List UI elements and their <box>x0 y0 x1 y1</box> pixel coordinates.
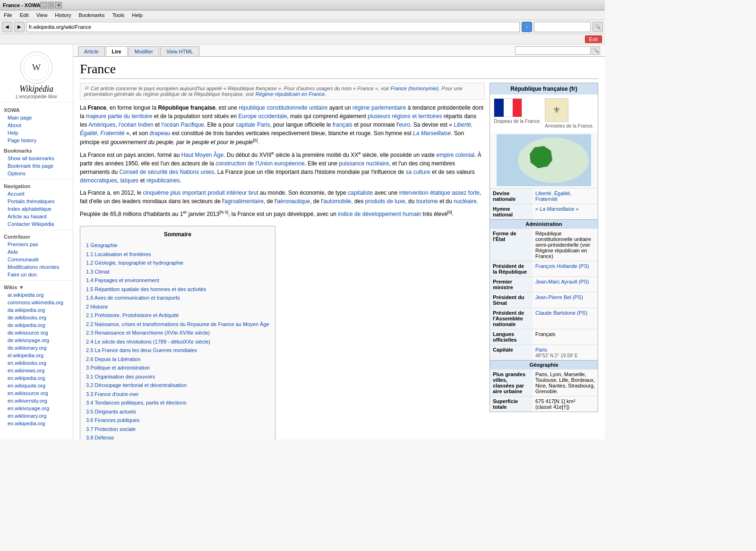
toc-link[interactable]: 3.8 Défense <box>86 435 114 439</box>
toc-link[interactable]: 1.1 Localisation et frontières <box>86 251 151 257</box>
sidebar-link-eo-wikipedia[interactable]: eo.wikipedia.org <box>0 420 73 427</box>
link-europe[interactable]: Europe occidentale <box>239 113 287 120</box>
maximize-button[interactable]: □ <box>48 2 54 9</box>
link-conseil[interactable]: Conseil de sécurité des Nations unies <box>119 169 214 175</box>
exit-button[interactable]: Exit <box>585 35 602 43</box>
sidebar-link-commons[interactable]: commons.wikimedia.org <box>0 299 73 306</box>
toc-link[interactable]: 1.4 Paysages et environnement <box>86 277 159 283</box>
link-nucleaire[interactable]: nucléaire <box>454 198 477 205</box>
tab-search-button[interactable]: 🔍 <box>592 46 600 55</box>
link-majeure[interactable]: majeure partie du territoire <box>86 113 153 120</box>
tab-view-html[interactable]: View HTML <box>160 46 199 56</box>
toc-link[interactable]: 3.2 Découpage territorial et décentralis… <box>86 382 187 388</box>
link-capitale-val[interactable]: Paris <box>535 347 547 353</box>
link-assemblee[interactable]: Claude Bartolone (PS) <box>535 310 587 316</box>
sidebar-link-en-wikivoyage[interactable]: en.wikivoyage.org <box>0 405 73 412</box>
sidebar-link-about[interactable]: About <box>0 121 73 129</box>
address-bar[interactable] <box>26 22 520 32</box>
sidebar-link-de-wikipedia[interactable]: de.wikipedia.org <box>0 321 73 329</box>
link-pacifique[interactable]: l'océan Pacifique <box>161 121 204 128</box>
sidebar-link-premiers-pas[interactable]: Premiers pas <box>0 241 73 248</box>
sidebar-link-ar-wikipedia[interactable]: ar.wikipedia.org <box>0 291 73 299</box>
link-drapeau[interactable]: drapeau <box>149 130 170 137</box>
tab-search-input[interactable] <box>515 46 591 55</box>
toc-link[interactable]: 2.4 Le siècle des révolutions (1789 - dé… <box>86 339 210 344</box>
link-hymne-infobox[interactable]: « La Marseillaise » <box>535 206 579 212</box>
toc-link[interactable]: 2 Histoire <box>86 304 108 310</box>
notice-link-regime[interactable]: Régime républicain en France <box>256 91 325 97</box>
sidebar-link-en-wikiversity[interactable]: en.wikiversity.org <box>0 397 73 405</box>
link-laiques[interactable]: laïques <box>120 177 138 184</box>
sidebar-link-options[interactable]: Options <box>0 170 73 177</box>
minimize-button[interactable]: _ <box>40 2 47 9</box>
link-culture[interactable]: sa culture <box>406 169 430 175</box>
link-regime[interactable]: régime parlementaire <box>352 104 406 111</box>
menu-help[interactable]: Help <box>130 11 145 19</box>
back-button[interactable]: ◀ <box>2 22 12 32</box>
link-luxe[interactable]: produits de luxe <box>365 198 405 205</box>
sidebar-link-show-bookmarks[interactable]: Show all bookmarks <box>0 155 73 162</box>
link-aero[interactable]: aéronautique <box>277 198 310 205</box>
link-capitaliste[interactable]: capitaliste <box>348 189 373 196</box>
sidebar-link-page-history[interactable]: Page history <box>0 137 73 144</box>
link-puissance-nucleaire[interactable]: puissance nucléaire <box>339 160 389 167</box>
sidebar-link-aide[interactable]: Aide <box>0 248 73 256</box>
link-paris[interactable]: Paris <box>257 121 270 128</box>
toc-link[interactable]: 1.3 Climat <box>86 269 110 275</box>
menu-history[interactable]: History <box>53 11 73 19</box>
toc-link[interactable]: 1 Géographie <box>86 242 118 248</box>
link-republique[interactable]: république constitutionnelle unitaire <box>239 104 327 111</box>
sidebar-link-hasard[interactable]: Article au hasard <box>0 213 73 220</box>
sidebar-link-da-wikipedia[interactable]: da.wikipedia.org <box>0 306 73 314</box>
link-devise-infobox[interactable]: Liberté, Égalité, Fraternité <box>535 190 571 202</box>
sidebar-link-accueil[interactable]: Accueil <box>0 190 73 198</box>
link-republicaines[interactable]: républicaines <box>146 177 180 184</box>
go-button[interactable]: → <box>522 22 532 32</box>
link-tourisme[interactable]: tourisme <box>416 198 438 205</box>
link-hymne[interactable]: La Marseillaise <box>413 130 451 137</box>
sidebar-link-en-wikipedia[interactable]: en.wikipedia.org <box>0 374 73 382</box>
link-agro[interactable]: agroalimentaire <box>224 198 264 205</box>
notice-link-homonymie[interactable]: France (homonymie) <box>391 86 438 91</box>
sidebar-link-contacter[interactable]: Contacter Wikipédia <box>0 220 73 228</box>
sidebar-link-de-wikivoyage[interactable]: de.wikivoyage.org <box>0 336 73 344</box>
sidebar-link-de-wikisource[interactable]: de.wikisource.org <box>0 329 73 336</box>
toc-link[interactable]: 2.2 Naissance, crises et transformations… <box>86 321 269 327</box>
sidebar-link-help[interactable]: Help <box>0 129 73 137</box>
forward-button[interactable]: ▶ <box>14 22 25 32</box>
sidebar-link-en-wikibooks[interactable]: en.wikibooks.org <box>0 359 73 367</box>
sidebar-link-modifications[interactable]: Modifications récentes <box>0 263 73 271</box>
link-senat[interactable]: Jean-Pierre Bel (PS) <box>535 294 583 300</box>
link-construction-ue[interactable]: construction de l'Union européenne <box>215 160 304 167</box>
tab-lire[interactable]: Lire <box>106 46 128 56</box>
sidebar-link-faire-don[interactable]: Faire un don <box>0 271 73 278</box>
link-auto[interactable]: automobile <box>324 198 352 205</box>
link-ameriques[interactable]: Amériques <box>88 121 115 128</box>
menu-bookmarks[interactable]: Bookmarks <box>77 11 107 19</box>
toc-link[interactable]: 1.6 Axes de communication et transports <box>86 295 180 301</box>
toc-link[interactable]: 3.5 Dirigeants actuels <box>86 409 136 414</box>
sidebar-link-en-wiktionary[interactable]: en.wiktionary.org <box>0 412 73 420</box>
toc-link[interactable]: 3.6 Finances publiques <box>86 417 139 423</box>
search-input[interactable] <box>534 22 591 32</box>
link-pib[interactable]: cinquième plus important produit intérie… <box>143 189 258 196</box>
sidebar-link-bookmark-page[interactable]: Bookmark this page <box>0 162 73 170</box>
sidebar-link-main-page[interactable]: Main page <box>0 114 73 121</box>
link-regions[interactable]: plusieurs régions et territoires <box>368 113 442 120</box>
link-francais[interactable]: français <box>333 121 352 128</box>
sidebar-link-communaute[interactable]: Communauté <box>0 256 73 263</box>
toc-link[interactable]: 3 Politique et administration <box>86 365 150 370</box>
menu-edit[interactable]: Edit <box>18 11 31 19</box>
link-empire[interactable]: empire colonial <box>436 152 474 158</box>
tab-article[interactable]: Article <box>78 46 105 56</box>
sidebar-link-de-wikibooks[interactable]: de.wikibooks.org <box>0 314 73 321</box>
toc-link[interactable]: 3.3 France d'outre-mer <box>86 391 139 397</box>
link-idh[interactable]: indice de développement humain <box>338 211 421 217</box>
close-button[interactable]: × <box>55 2 62 9</box>
toc-link[interactable]: 2.3 Renaissance et Monarchisme (XVIe-XVI… <box>86 330 210 336</box>
sidebar-link-en-wikisource[interactable]: en.wikisource.org <box>0 389 73 397</box>
link-premier[interactable]: Jean-Marc Ayrault (PS) <box>535 279 589 284</box>
toc-link[interactable]: 3.1 Organisation des pouvoirs <box>86 374 155 379</box>
link-euro[interactable]: euro <box>399 121 410 128</box>
tab-modifier[interactable]: Modifier <box>129 46 159 56</box>
